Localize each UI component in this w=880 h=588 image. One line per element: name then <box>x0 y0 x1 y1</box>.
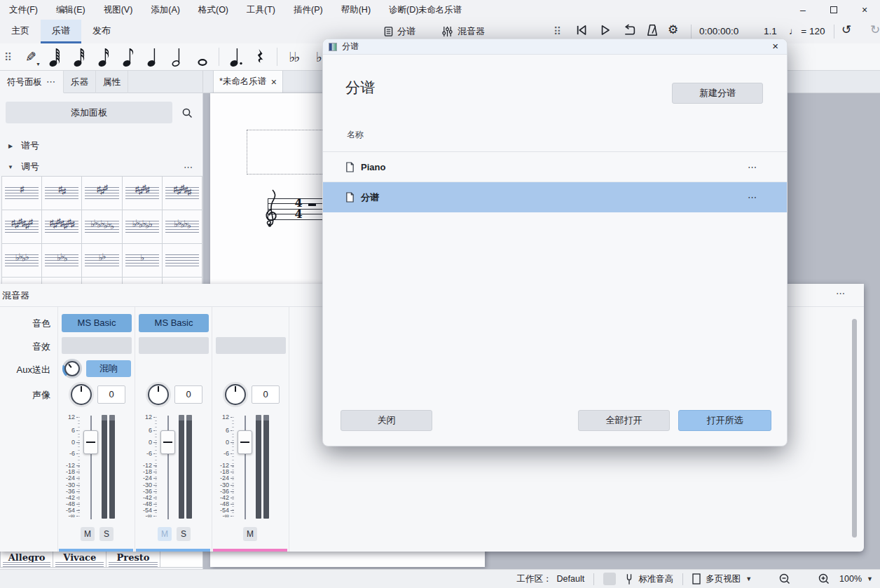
tempo-display[interactable]: ♩ = 120 <box>789 26 825 36</box>
dialog-close-button[interactable]: × <box>772 40 778 52</box>
metronome-button[interactable] <box>645 23 659 37</box>
transport-drag-handle[interactable]: ⠿ <box>554 26 561 36</box>
ribbon-tab-1[interactable]: 乐谱 <box>41 20 81 43</box>
menu-p[interactable]: 插件(P) <box>284 0 332 20</box>
key-signature-cell-3[interactable]: ♯♯♯♯ <box>123 177 162 210</box>
pan-knob[interactable] <box>225 384 246 405</box>
solo-button[interactable]: S <box>177 527 191 541</box>
double-flat[interactable]: ♭♭ <box>282 46 305 68</box>
volume-fader-handle[interactable] <box>238 430 252 454</box>
fx-slot[interactable] <box>216 337 286 354</box>
sixteenth-note[interactable] <box>92 46 116 68</box>
treble-clef-icon[interactable] <box>263 189 282 231</box>
key-signature-cell-10[interactable]: ♭♭♭♭ <box>2 244 41 277</box>
volume-fader-handle[interactable] <box>83 430 98 454</box>
key-signature-cell-13[interactable]: ♭ <box>123 244 162 277</box>
part-row-2[interactable]: 分谱⋯ <box>323 182 787 212</box>
key-signature-cell-4[interactable]: ♯♯♯♯♯ <box>163 177 202 210</box>
whole-rest[interactable] <box>308 203 316 206</box>
mixer-scrollbar[interactable] <box>852 315 857 547</box>
pan-knob[interactable] <box>148 384 169 405</box>
aux-send-reverb-button[interactable]: 混响 <box>86 360 131 377</box>
close-dialog-button[interactable]: 关闭 <box>341 410 432 431</box>
redo-button[interactable]: ↻ <box>870 22 880 37</box>
key-signature-cell-6[interactable]: ♯♯♯♯♯♯♯ <box>42 210 81 243</box>
key-signature-cell-12[interactable]: ♭♭ <box>82 244 121 277</box>
undo-button[interactable]: ↺ <box>841 22 851 37</box>
solo-button[interactable]: S <box>99 527 114 541</box>
document-tab[interactable]: *未命名乐谱 × <box>213 71 283 93</box>
zoom-out-button[interactable] <box>778 573 791 585</box>
part-menu-icon[interactable]: ⋯ <box>748 192 757 203</box>
scrollbar-thumb[interactable] <box>852 319 857 538</box>
panel-tab-menu-icon[interactable]: ⋯ <box>46 71 56 93</box>
whole-note[interactable] <box>191 46 214 68</box>
ribbon-tab-2[interactable]: 发布 <box>81 20 122 43</box>
key-signature-cell-8[interactable]: ♭♭♭♭♭♭ <box>123 210 162 243</box>
rewind-button[interactable] <box>575 23 589 37</box>
position-display[interactable]: 1.1 <box>764 26 777 36</box>
concert-pitch-swatch[interactable] <box>603 573 616 585</box>
aux-send-knob[interactable] <box>62 359 82 378</box>
menu-o[interactable]: 格式(O) <box>189 0 238 20</box>
fx-slot[interactable] <box>62 337 132 354</box>
palette-more-icon[interactable]: ⋯ <box>184 162 193 172</box>
key-signature-cell-11[interactable]: ♭♭♭ <box>42 244 81 277</box>
quarter-rest[interactable] <box>249 46 272 68</box>
toolbar-drag-handle[interactable]: ⠿ <box>4 52 12 62</box>
search-palettes-button[interactable] <box>177 104 198 122</box>
pan-knob[interactable] <box>71 384 92 405</box>
thirty-second-note[interactable] <box>68 46 91 68</box>
new-part-button[interactable]: 新建分谱 <box>672 83 763 104</box>
part-menu-icon[interactable]: ⋯ <box>748 162 757 172</box>
view-mode-selector[interactable]: 多页视图 ▼ <box>692 573 752 585</box>
pan-value-field[interactable]: 0 <box>252 385 280 404</box>
pan-value-field[interactable]: 0 <box>174 385 202 404</box>
key-signature-cell-7[interactable]: ♭♭♭♭♭♭♭ <box>82 210 121 243</box>
note-input-pencil[interactable]: ✎▼ <box>19 46 42 68</box>
panel-tab-0[interactable]: 符号面板⋯ <box>0 71 64 93</box>
sixty-fourth-note[interactable] <box>43 46 67 68</box>
open-selected-button[interactable]: 打开所选 <box>678 410 771 431</box>
ribbon-tab-0[interactable]: 主页 <box>0 20 41 43</box>
key-signature-cell-14[interactable] <box>163 244 202 277</box>
play-button[interactable] <box>598 23 612 37</box>
tempo-palette-cell-1[interactable]: Vivace <box>53 550 106 568</box>
pan-value-field[interactable]: 0 <box>97 385 125 404</box>
palette-item-key-signatures[interactable]: ▼ 调号 ⋯ <box>0 156 203 177</box>
panel-tab-1[interactable]: 乐器 <box>64 71 96 93</box>
key-signature-cell-2[interactable]: ♯♯♯ <box>82 177 121 210</box>
key-signature-cell-1[interactable]: ♯♯ <box>42 177 81 210</box>
sound-button[interactable]: MS Basic <box>139 314 209 332</box>
loop-playback-button[interactable] <box>621 23 636 37</box>
part-row-1[interactable]: Piano⋯ <box>323 152 787 182</box>
time-signature[interactable]: 4 4 <box>293 198 304 220</box>
close-button[interactable]: × <box>849 4 880 15</box>
dialog-title-bar[interactable]: 分谱 × <box>323 39 787 55</box>
menu-a[interactable]: 添加(A) <box>142 0 189 20</box>
key-signature-cell-9[interactable]: ♭♭♭♭♭ <box>163 210 202 243</box>
fx-slot[interactable] <box>139 337 209 354</box>
open-all-button[interactable]: 全部打开 <box>578 410 670 431</box>
tempo-palette-cell-0[interactable]: Allegro <box>0 550 53 568</box>
time-display[interactable]: 0:00:00:0 <box>699 26 738 36</box>
mute-button[interactable]: M <box>81 527 95 541</box>
menu-h[interactable]: 帮助(H) <box>332 0 380 20</box>
key-signature-cell-5[interactable]: ♯♯♯♯♯♯ <box>2 210 41 243</box>
tempo-palette-cell-2[interactable]: Presto <box>106 550 160 568</box>
augmentation-dot[interactable] <box>224 46 247 68</box>
workspace-selector[interactable]: 工作区： Default <box>517 573 585 585</box>
key-signature-cell-0[interactable]: ♯ <box>2 177 41 210</box>
menu-t[interactable]: 工具(T) <box>238 0 284 20</box>
maximize-button[interactable] <box>818 4 849 15</box>
menu-v[interactable]: 视图(V) <box>95 0 142 20</box>
mute-button[interactable]: M <box>243 527 257 541</box>
menu-e[interactable]: 编辑(E) <box>47 0 95 20</box>
sound-button[interactable]: MS Basic <box>62 314 132 332</box>
zoom-level-selector[interactable]: 100% ▼ <box>839 574 873 584</box>
zoom-in-button[interactable] <box>818 573 830 585</box>
mixer-menu-icon[interactable]: ⋯ <box>836 288 846 299</box>
concert-pitch-toggle[interactable]: 标准音高 <box>625 573 673 586</box>
eighth-note[interactable] <box>117 46 140 68</box>
quarter-note[interactable] <box>142 46 165 68</box>
